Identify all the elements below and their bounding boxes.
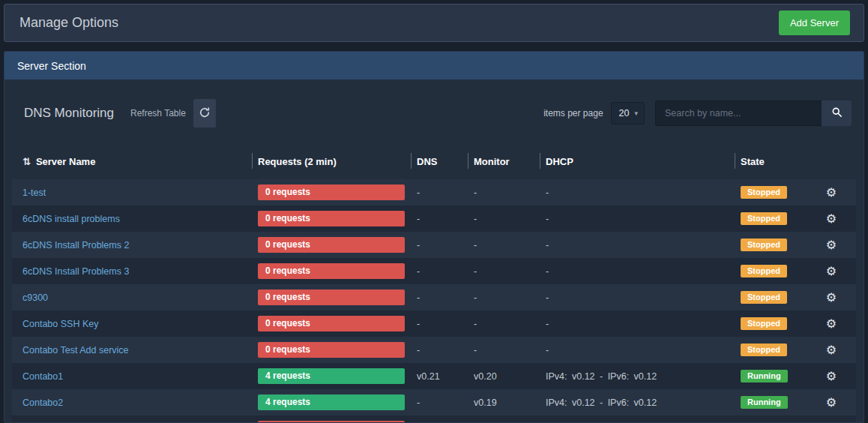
server-name-link[interactable]: c9300 [22, 292, 48, 303]
monitor-version-cell: - [468, 284, 540, 310]
column-header-state: State [735, 147, 807, 179]
dhcp-version-cell: - [540, 416, 735, 423]
server-table-wrap: ⇅Server Name Requests (2 min) DNS Monito… [4, 147, 864, 423]
top-bar: Manage Options Add Server [4, 4, 864, 42]
dhcp-version-cell: - [540, 310, 735, 337]
table-row: c9300 0 requests - - - Stopped ⚙ [12, 284, 856, 310]
chevron-down-icon: ▾ [634, 110, 638, 117]
gear-icon[interactable]: ⚙ [826, 370, 837, 382]
items-per-page-select[interactable]: 20 ▾ [611, 102, 645, 124]
dhcp-version-cell: IPv4: v0.12 - IPv6: v0.12 [540, 389, 735, 416]
search-icon [831, 106, 843, 120]
table-title: DNS Monitoring [24, 106, 114, 121]
sort-icon[interactable]: ⇅ [22, 156, 31, 167]
dns-version-cell: - [411, 389, 468, 416]
column-header-monitor: Monitor [468, 147, 540, 179]
server-table-body: 1-test 0 requests - - - Stopped ⚙ 6cDNS … [12, 179, 856, 423]
state-badge: Stopped [741, 265, 787, 278]
table-row: 6cDNS Install Problems 3 0 requests - - … [12, 258, 856, 284]
refresh-table-label: Refresh Table [130, 108, 186, 118]
column-header-dhcp: DHCP [540, 147, 735, 179]
server-name-link[interactable]: Contabo Test Add service [22, 345, 129, 356]
dns-version-cell: - [411, 232, 468, 258]
requests-badge: 0 requests [258, 184, 405, 200]
items-per-page-value: 20 [619, 108, 630, 118]
server-name-link[interactable]: 1-test [22, 188, 46, 198]
monitor-version-cell: - [468, 232, 540, 258]
toolbar-right: items per page 20 ▾ [543, 100, 852, 126]
dhcp-version-cell: - [540, 179, 735, 206]
monitor-version-cell: - [468, 337, 540, 363]
page-title: Manage Options [19, 15, 118, 31]
state-badge: Stopped [741, 238, 787, 251]
dns-version-cell: - [411, 258, 468, 284]
monitor-version-cell: - [468, 258, 540, 284]
table-header-row: ⇅Server Name Requests (2 min) DNS Monito… [12, 147, 856, 179]
add-server-button[interactable]: Add Server [779, 10, 850, 35]
column-header-server-name: ⇅Server Name [12, 147, 252, 179]
state-badge: Stopped [741, 186, 787, 199]
gear-icon[interactable]: ⚙ [826, 265, 837, 278]
panel-header: Server Section [4, 52, 864, 80]
table-row: Contabo SSH Key 0 requests - - - Stopped… [12, 310, 856, 337]
server-section-panel: Server Section DNS Monitoring Refresh Ta… [4, 51, 864, 423]
dns-version-cell: v0.21 [411, 363, 468, 389]
refresh-button[interactable] [193, 99, 216, 128]
monitor-version-cell: - [468, 206, 540, 232]
monitor-version-cell: - [468, 416, 540, 423]
dns-version-cell: - [411, 310, 468, 337]
table-row: 1-test 0 requests - - - Stopped ⚙ [12, 179, 856, 206]
requests-badge: 0 requests [258, 290, 405, 305]
column-header-requests: Requests (2 min) [252, 147, 411, 179]
requests-badge: 0 requests [258, 342, 405, 358]
monitor-version-cell: v0.19 [468, 389, 540, 416]
server-name-link[interactable]: 6cDNS install problems [22, 214, 120, 224]
dhcp-version-cell: - [540, 232, 735, 258]
requests-badge: 4 requests [258, 368, 405, 384]
requests-badge: 0 requests [258, 237, 405, 253]
state-badge: Stopped [741, 344, 787, 356]
column-header-dns: DNS [411, 147, 468, 179]
table-row: Contabo1 4 requests v0.21 v0.20 IPv4: v0… [12, 363, 856, 389]
state-badge: Stopped [741, 291, 787, 304]
dhcp-version-cell: IPv4: v0.12 - IPv6: v0.12 [540, 363, 735, 389]
refresh-icon [199, 106, 211, 121]
search-input[interactable] [655, 100, 822, 126]
gear-icon[interactable]: ⚙ [826, 291, 837, 304]
server-table: ⇅Server Name Requests (2 min) DNS Monito… [12, 147, 856, 423]
search-group [655, 100, 852, 126]
server-name-link[interactable]: Contabo SSH Key [22, 319, 98, 329]
server-name-link[interactable]: 6cDNS Install Problems 2 [22, 240, 129, 250]
dns-version-cell: - [411, 337, 468, 363]
items-per-page-label: items per page [543, 108, 603, 118]
table-row: Contabo Test Add service 0 requests - - … [12, 337, 856, 363]
requests-badge: 0 requests [258, 211, 405, 226]
gear-icon[interactable]: ⚙ [826, 317, 837, 330]
panel-header-title: Server Section [17, 60, 86, 72]
table-row: 6cDNS install problems 0 requests - - - … [12, 206, 856, 232]
table-row: Contabo2 4 requests - v0.19 IPv4: v0.12 … [12, 389, 856, 416]
table-row: 6cDNS Install Problems 2 0 requests - - … [12, 232, 856, 258]
state-badge: Running [741, 370, 788, 382]
gear-icon[interactable]: ⚙ [826, 186, 837, 199]
table-toolbar: DNS Monitoring Refresh Table items per p… [4, 80, 864, 147]
gear-icon[interactable]: ⚙ [826, 344, 837, 356]
requests-badge: 4 requests [258, 394, 405, 410]
monitor-version-cell: - [468, 310, 540, 337]
gear-icon[interactable]: ⚙ [826, 238, 837, 251]
dns-version-cell: - [411, 284, 468, 310]
requests-badge: 0 requests [258, 263, 405, 279]
server-name-link[interactable]: Contabo2 [22, 398, 63, 408]
search-button[interactable] [822, 100, 852, 126]
dhcp-version-cell: - [540, 284, 735, 310]
monitor-version-cell: - [468, 179, 540, 206]
gear-icon[interactable]: ⚙ [826, 396, 837, 409]
column-header-actions [807, 147, 856, 179]
gear-icon[interactable]: ⚙ [826, 212, 837, 225]
state-badge: Stopped [741, 212, 787, 225]
monitor-version-cell: v0.20 [468, 363, 540, 389]
server-name-link[interactable]: Contabo1 [22, 371, 63, 382]
server-name-link[interactable]: 6cDNS Install Problems 3 [22, 266, 129, 277]
state-badge: Stopped [741, 317, 787, 330]
dhcp-version-cell: - [540, 258, 735, 284]
